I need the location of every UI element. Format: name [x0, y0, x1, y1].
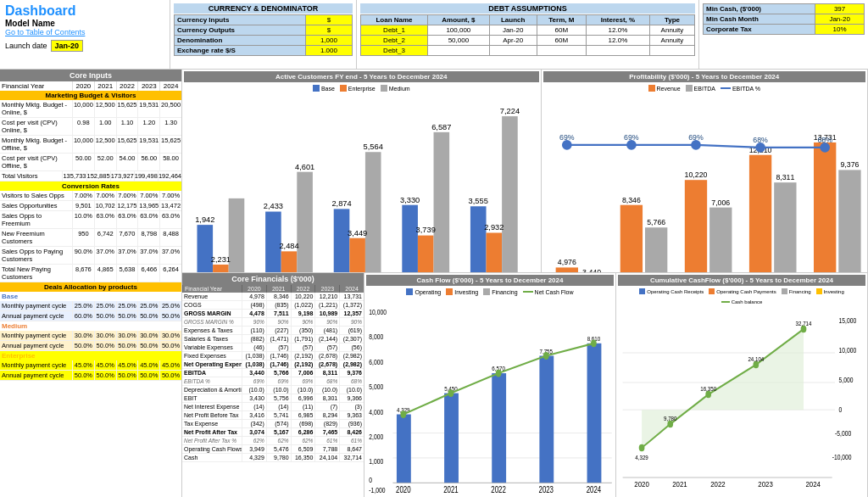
row-value[interactable]: 60.0%: [72, 311, 94, 321]
min-cash-value[interactable]: 10%: [815, 25, 865, 35]
debt-cell[interactable]: Jan-20: [489, 25, 537, 36]
row-value[interactable]: 50.0%: [72, 341, 94, 350]
row-value[interactable]: 52.00: [94, 154, 116, 170]
row-value[interactable]: 10,702: [94, 201, 116, 210]
row-value[interactable]: 25.0%: [116, 301, 138, 310]
row-value[interactable]: 9,501: [72, 201, 94, 210]
row-value[interactable]: 37.0%: [94, 247, 116, 264]
row-value[interactable]: 7.00%: [137, 191, 159, 200]
row-value[interactable]: 10,000: [72, 136, 94, 153]
row-value[interactable]: 7.00%: [72, 191, 94, 200]
row-value[interactable]: 12,500: [94, 136, 116, 153]
min-cash-value[interactable]: Jan-20: [815, 14, 865, 25]
row-value[interactable]: 45.0%: [72, 360, 94, 370]
row-value[interactable]: 7,670: [116, 229, 138, 246]
row-value[interactable]: 30.0%: [72, 331, 94, 340]
row-value[interactable]: 1.00: [94, 118, 116, 135]
row-value[interactable]: 6,742: [94, 229, 116, 246]
row-value[interactable]: 12,500: [94, 100, 116, 117]
row-value[interactable]: 10,000: [72, 100, 94, 117]
row-value[interactable]: 6,264: [159, 265, 181, 282]
row-value[interactable]: 50.0%: [72, 371, 94, 380]
table-of-contents-link[interactable]: Go to Table of Contents: [5, 28, 164, 36]
row-value[interactable]: 30.0%: [159, 331, 181, 340]
row-value[interactable]: 8,798: [137, 229, 159, 246]
row-value[interactable]: 1.10: [116, 118, 138, 135]
debt-cell[interactable]: [649, 46, 694, 56]
debt-cell[interactable]: Annuity: [649, 25, 694, 36]
row-value[interactable]: 63.0%: [116, 211, 138, 228]
row-value[interactable]: 90.0%: [72, 247, 94, 264]
currency-value[interactable]: 1.000: [305, 46, 352, 56]
debt-cell[interactable]: 60M: [537, 25, 586, 36]
row-value[interactable]: 45.0%: [116, 360, 138, 370]
currency-value[interactable]: $: [305, 15, 352, 25]
launch-date[interactable]: Jan-20: [51, 40, 84, 52]
row-value[interactable]: 50.0%: [94, 341, 116, 350]
row-value[interactable]: 15,625: [159, 136, 181, 153]
row-value[interactable]: 30.0%: [94, 331, 116, 340]
row-value[interactable]: 50.0%: [137, 341, 159, 350]
row-value[interactable]: 1.20: [137, 118, 159, 135]
row-value[interactable]: 50.0%: [94, 311, 116, 321]
row-value[interactable]: 50.0%: [159, 311, 181, 321]
row-value[interactable]: 50.0%: [159, 341, 181, 350]
row-value[interactable]: 50.0%: [137, 311, 159, 321]
row-value[interactable]: 0.98: [72, 118, 94, 135]
row-value[interactable]: 50.0%: [116, 371, 138, 380]
row-value[interactable]: 63.0%: [159, 211, 181, 228]
debt-cell[interactable]: [537, 46, 586, 56]
debt-cell[interactable]: 50,000: [428, 36, 490, 46]
row-value[interactable]: 8,676: [72, 265, 94, 282]
row-value[interactable]: 1.30: [159, 118, 181, 135]
row-value[interactable]: 13,965: [137, 201, 159, 210]
debt-cell[interactable]: 12.0%: [587, 25, 650, 36]
row-value[interactable]: 25.0%: [94, 301, 116, 310]
row-value[interactable]: 25.0%: [72, 301, 94, 310]
row-value[interactable]: 7.00%: [159, 191, 181, 200]
debt-cell[interactable]: Apr-20: [489, 36, 537, 46]
debt-cell[interactable]: 12.0%: [587, 36, 650, 46]
row-value[interactable]: 6,466: [137, 265, 159, 282]
row-value[interactable]: 25.0%: [137, 301, 159, 310]
row-value[interactable]: 10.0%: [72, 211, 94, 228]
row-value[interactable]: 45.0%: [159, 360, 181, 370]
debt-cell[interactable]: [489, 46, 537, 56]
min-cash-value[interactable]: 397: [815, 4, 865, 14]
debt-cell[interactable]: [587, 46, 650, 56]
row-value[interactable]: 7.00%: [116, 191, 138, 200]
row-value[interactable]: 30.0%: [116, 331, 138, 340]
debt-cell[interactable]: 100,000: [428, 25, 490, 36]
row-value[interactable]: 63.0%: [94, 211, 116, 228]
row-value[interactable]: 50.00: [72, 154, 94, 170]
row-value[interactable]: 19,531: [137, 100, 159, 117]
row-value[interactable]: 56.00: [137, 154, 159, 170]
row-value[interactable]: 15,625: [116, 100, 138, 117]
row-value[interactable]: 30.0%: [137, 331, 159, 340]
row-value[interactable]: 37.0%: [116, 247, 138, 264]
row-value[interactable]: 63.0%: [137, 211, 159, 228]
row-value[interactable]: 152,885: [86, 171, 110, 181]
row-value[interactable]: 50.0%: [137, 371, 159, 380]
row-value[interactable]: 13,472: [159, 201, 181, 210]
row-value[interactable]: 19,531: [137, 136, 159, 153]
row-value[interactable]: 25.0%: [159, 301, 181, 310]
row-value[interactable]: 50.0%: [116, 341, 138, 350]
row-value[interactable]: 37.0%: [137, 247, 159, 264]
row-value[interactable]: 45.0%: [94, 360, 116, 370]
debt-cell[interactable]: [428, 46, 490, 56]
row-value[interactable]: 4,865: [94, 265, 116, 282]
row-value[interactable]: 50.0%: [159, 371, 181, 380]
row-value[interactable]: 173,927: [110, 171, 134, 181]
row-value[interactable]: 950: [72, 229, 94, 246]
row-value[interactable]: 5,638: [116, 265, 138, 282]
currency-value[interactable]: 1,000: [305, 36, 352, 46]
row-value[interactable]: 50.0%: [116, 311, 138, 321]
debt-cell[interactable]: 60M: [537, 36, 586, 46]
row-value[interactable]: 199,498: [134, 171, 158, 181]
row-value[interactable]: 192,464: [158, 171, 181, 181]
row-value[interactable]: 45.0%: [137, 360, 159, 370]
row-value[interactable]: 15,625: [116, 136, 138, 153]
row-value[interactable]: 8,488: [159, 229, 181, 246]
debt-cell[interactable]: Annuity: [649, 36, 694, 46]
